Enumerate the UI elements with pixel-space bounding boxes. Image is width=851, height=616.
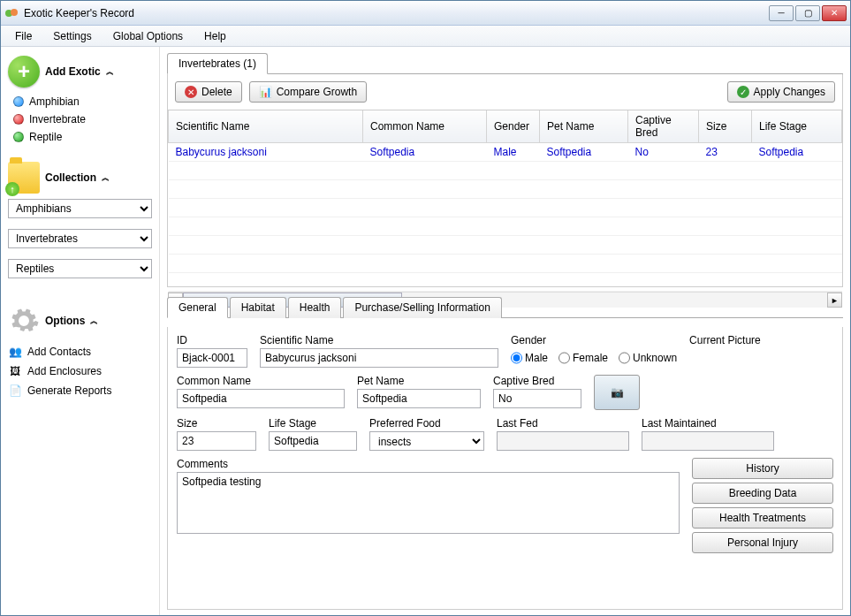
radio-male[interactable] xyxy=(511,348,522,368)
reptile-icon xyxy=(13,132,24,142)
history-button[interactable]: History xyxy=(692,458,833,479)
apply-changes-button[interactable]: ✓ Apply Changes xyxy=(727,81,835,103)
label-picture: Current Picture xyxy=(689,334,761,346)
collapse-icon[interactable]: ︽ xyxy=(90,316,98,327)
panel-title-collection: Collection xyxy=(45,171,96,184)
col-life-stage[interactable]: Life Stage xyxy=(752,110,842,143)
input-life-stage[interactable] xyxy=(269,431,357,451)
close-button[interactable]: ✕ xyxy=(822,5,847,21)
panel-title-options: Options xyxy=(45,315,85,327)
add-invertebrate[interactable]: Invertebrate xyxy=(13,110,152,128)
minimize-button[interactable]: ─ xyxy=(769,5,794,21)
radio-unknown[interactable] xyxy=(619,348,630,368)
cell-pet: Softpedia xyxy=(540,143,628,162)
label-gender: Gender xyxy=(511,334,677,346)
input-last-maintained[interactable] xyxy=(642,431,774,451)
label-size: Size xyxy=(177,417,256,430)
label-pet: Pet Name xyxy=(357,375,481,387)
delete-button[interactable]: ✕ Delete xyxy=(175,81,242,103)
tab-health[interactable]: Health xyxy=(288,297,342,318)
select-invertebrates[interactable]: Invertebrates xyxy=(8,229,152,248)
gender-radio-group: Male Female Unknown xyxy=(511,348,677,368)
label-comments: Comments xyxy=(177,458,680,470)
menu-help[interactable]: Help xyxy=(195,27,235,45)
panel-options: Options ︽ 👥 Add Contacts 🖼 Add Enclosure… xyxy=(8,305,152,400)
label-id: ID xyxy=(177,334,247,346)
radio-female[interactable] xyxy=(558,348,570,368)
add-enclosures[interactable]: 🖼 Add Enclosures xyxy=(8,361,152,381)
col-common-name[interactable]: Common Name xyxy=(363,110,487,143)
tab-general[interactable]: General xyxy=(167,297,228,318)
cell-captive: No xyxy=(628,143,699,162)
select-preferred-food[interactable]: insects xyxy=(369,431,484,451)
compare-label: Compare Growth xyxy=(277,86,357,98)
delete-label: Delete xyxy=(201,86,232,98)
gear-icon xyxy=(8,305,40,337)
label-maint: Last Maintained xyxy=(642,417,774,430)
input-size[interactable] xyxy=(177,431,256,451)
personal-injury-button[interactable]: Personal Injury xyxy=(692,532,833,553)
add-reptile[interactable]: Reptile xyxy=(13,128,152,146)
col-gender[interactable]: Gender xyxy=(487,110,540,143)
menu-global-options[interactable]: Global Options xyxy=(104,27,192,45)
table-header-row: Scientific Name Common Name Gender Pet N… xyxy=(169,110,842,143)
select-amphibians[interactable]: Amphibians xyxy=(8,199,152,218)
cell-gender: Male xyxy=(487,143,540,162)
menu-file[interactable]: File xyxy=(6,27,41,45)
panel-add-exotic: + Add Exotic ︽ Amphibian Invertebrate Re… xyxy=(8,56,152,146)
maximize-button[interactable]: ▢ xyxy=(795,5,820,21)
amphibian-icon xyxy=(13,96,24,107)
cell-size: 23 xyxy=(699,143,752,162)
enclosures-icon: 🖼 xyxy=(8,364,22,378)
col-captive-bred[interactable]: Captive Bred xyxy=(628,110,699,143)
camera-icon: 📷 xyxy=(611,386,624,399)
input-pet-name[interactable] xyxy=(357,389,481,408)
breeding-data-button[interactable]: Breeding Data xyxy=(692,483,833,504)
menu-settings[interactable]: Settings xyxy=(44,27,100,45)
tab-purchase[interactable]: Purchase/Selling Information xyxy=(343,297,501,318)
health-treatments-button[interactable]: Health Treatments xyxy=(692,507,833,529)
input-common-name[interactable] xyxy=(177,389,345,408)
input-captive-bred[interactable] xyxy=(493,389,581,408)
table-toolbar: ✕ Delete 📊 Compare Growth ✓ Apply Change… xyxy=(167,74,843,110)
tab-habitat[interactable]: Habitat xyxy=(230,297,286,318)
generate-reports[interactable]: 📄 Generate Reports xyxy=(8,381,152,400)
cell-sci: Babycurus jacksoni xyxy=(169,143,363,162)
window-title: Exotic Keeper's Record xyxy=(24,7,769,19)
input-scientific-name[interactable] xyxy=(260,348,498,368)
apply-label: Apply Changes xyxy=(754,86,825,98)
input-last-fed[interactable] xyxy=(497,431,629,451)
label-fed: Last Fed xyxy=(497,417,629,430)
app-icon xyxy=(4,6,19,20)
add-contacts[interactable]: 👥 Add Contacts xyxy=(8,342,152,361)
add-invertebrate-label: Invertebrate xyxy=(29,113,86,125)
picture-button[interactable]: 📷 xyxy=(594,375,640,410)
col-pet-name[interactable]: Pet Name xyxy=(540,110,628,143)
col-scientific-name[interactable]: Scientific Name xyxy=(169,110,363,143)
folder-icon: ↑ xyxy=(8,162,40,194)
table-row[interactable]: Babycurus jacksoni Softpedia Male Softpe… xyxy=(169,143,842,162)
chart-icon: 📊 xyxy=(259,86,272,98)
col-size[interactable]: Size xyxy=(699,110,752,143)
label-stage: Life Stage xyxy=(269,417,357,430)
label-captive: Captive Bred xyxy=(493,375,581,387)
collapse-icon[interactable]: ︽ xyxy=(106,66,114,78)
input-id[interactable] xyxy=(177,348,247,368)
add-amphibian[interactable]: Amphibian xyxy=(13,93,152,110)
invertebrate-icon xyxy=(13,114,24,125)
label-food: Preferred Food xyxy=(369,417,484,430)
add-contacts-label: Add Contacts xyxy=(27,346,91,358)
select-reptiles[interactable]: Reptiles xyxy=(8,259,152,278)
collapse-icon[interactable]: ︽ xyxy=(102,172,110,184)
tab-invertebrates[interactable]: Invertebrates (1) xyxy=(167,53,268,74)
plus-icon: + xyxy=(8,56,40,87)
menubar: File Settings Global Options Help xyxy=(1,26,850,47)
sidebar: + Add Exotic ︽ Amphibian Invertebrate Re… xyxy=(1,47,160,615)
detail-panel: ID Scientific Name Gender Male Female Un… xyxy=(167,327,843,610)
input-comments[interactable] xyxy=(177,472,680,534)
compare-growth-button[interactable]: 📊 Compare Growth xyxy=(249,81,367,103)
add-reptile-label: Reptile xyxy=(29,131,62,143)
reports-icon: 📄 xyxy=(8,384,22,398)
window-controls: ─ ▢ ✕ xyxy=(769,5,847,21)
titlebar: Exotic Keeper's Record ─ ▢ ✕ xyxy=(1,1,850,26)
